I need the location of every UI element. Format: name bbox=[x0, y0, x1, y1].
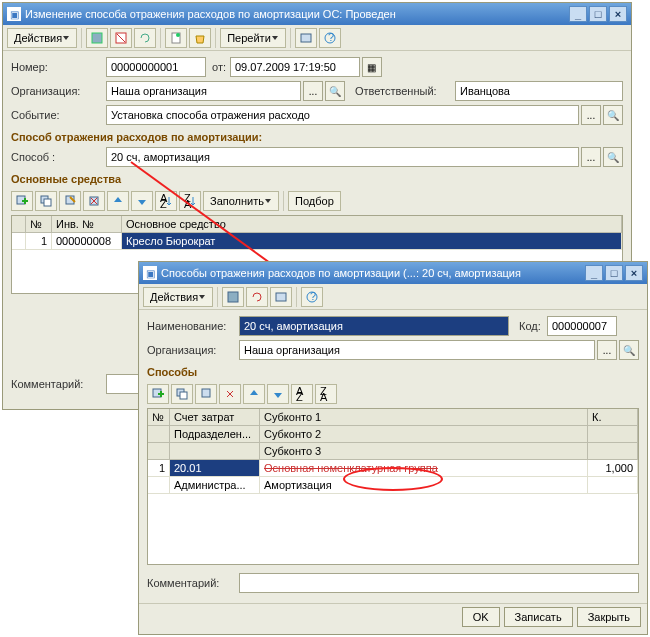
col-inv[interactable]: Инв. № bbox=[52, 216, 122, 232]
svg-text:?: ? bbox=[328, 31, 334, 43]
tool-refresh-icon[interactable] bbox=[246, 287, 268, 307]
svg-rect-5 bbox=[301, 34, 311, 42]
tool-goto-icon[interactable] bbox=[270, 287, 292, 307]
tool-basket-icon[interactable] bbox=[189, 28, 211, 48]
row-down-icon[interactable] bbox=[131, 191, 153, 211]
resp-label: Ответственный: bbox=[355, 85, 455, 97]
tool-help-icon[interactable]: ? bbox=[301, 287, 323, 307]
col-k: К. bbox=[588, 409, 638, 426]
close-button[interactable]: × bbox=[609, 6, 627, 22]
row-down-icon[interactable] bbox=[267, 384, 289, 404]
col-n[interactable]: № bbox=[26, 216, 52, 232]
title-text: Изменение способа отражения расходов по … bbox=[25, 8, 569, 20]
ok-button[interactable]: OK bbox=[462, 607, 500, 627]
actions-menu[interactable]: Действия bbox=[7, 28, 77, 48]
section-method: Способ отражения расходов по амортизации… bbox=[11, 131, 623, 143]
event-field[interactable]: Установка способа отражения расходо bbox=[106, 105, 579, 125]
minimize-button[interactable]: _ bbox=[569, 6, 587, 22]
method-field[interactable]: 20 сч, амортизация bbox=[106, 147, 579, 167]
col-sub1: Субконто 1 bbox=[260, 409, 588, 426]
svg-text:A: A bbox=[320, 391, 328, 401]
app-icon: ▣ bbox=[143, 266, 157, 280]
resp-field[interactable]: Иванцова bbox=[455, 81, 623, 101]
row-copy-icon[interactable] bbox=[171, 384, 193, 404]
number-label: Номер: bbox=[11, 61, 106, 73]
row-add-icon[interactable] bbox=[147, 384, 169, 404]
row-sort-desc-icon[interactable]: ZA bbox=[315, 384, 337, 404]
app-icon: ▣ bbox=[7, 7, 21, 21]
svg-text:Z: Z bbox=[296, 391, 303, 401]
section-os: Основные средства bbox=[11, 173, 623, 185]
org-field[interactable]: Наша организация bbox=[106, 81, 301, 101]
titlebar-methods: ▣ Способы отражения расходов по амортиза… bbox=[139, 262, 647, 284]
row-edit-icon[interactable] bbox=[195, 384, 217, 404]
row-delete-icon[interactable] bbox=[83, 191, 105, 211]
event-select-button[interactable]: ... bbox=[581, 105, 601, 125]
from-label: от: bbox=[212, 61, 226, 73]
date-field[interactable]: 09.07.2009 17:19:50 bbox=[230, 57, 360, 77]
row-edit-icon[interactable] bbox=[59, 191, 81, 211]
close-button[interactable]: × bbox=[625, 265, 643, 281]
tool-post-icon[interactable] bbox=[86, 28, 108, 48]
svg-rect-22 bbox=[228, 292, 238, 302]
number-field[interactable]: 00000000001 bbox=[106, 57, 206, 77]
tool-refresh-icon[interactable] bbox=[134, 28, 156, 48]
comment-field[interactable] bbox=[239, 573, 639, 593]
maximize-button[interactable]: □ bbox=[589, 6, 607, 22]
save-button[interactable]: Записать bbox=[504, 607, 573, 627]
tool-doc-icon[interactable] bbox=[165, 28, 187, 48]
org-open-button[interactable]: 🔍 bbox=[325, 81, 345, 101]
svg-rect-31 bbox=[202, 389, 210, 397]
event-open-button[interactable]: 🔍 bbox=[603, 105, 623, 125]
org-select-button[interactable]: ... bbox=[597, 340, 617, 360]
row-add-icon[interactable] bbox=[11, 191, 33, 211]
col-acct: Счет затрат bbox=[170, 409, 260, 426]
tool-settings-icon[interactable] bbox=[295, 28, 317, 48]
org-open-button[interactable]: 🔍 bbox=[619, 340, 639, 360]
col-sub2: Субконто 2 bbox=[260, 426, 588, 443]
row-up-icon[interactable] bbox=[107, 191, 129, 211]
row-copy-icon[interactable] bbox=[35, 191, 57, 211]
org-field[interactable]: Наша организация bbox=[239, 340, 595, 360]
row-sort-asc-icon[interactable]: AZ bbox=[291, 384, 313, 404]
col-os[interactable]: Основное средство bbox=[122, 216, 622, 232]
method-open-button[interactable]: 🔍 bbox=[603, 147, 623, 167]
section-methods: Способы bbox=[147, 366, 639, 378]
row-delete-icon[interactable] bbox=[219, 384, 241, 404]
tool-unpost-icon[interactable] bbox=[110, 28, 132, 48]
minimize-button[interactable]: _ bbox=[585, 265, 603, 281]
code-field[interactable]: 000000007 bbox=[547, 316, 617, 336]
row-up-icon[interactable] bbox=[243, 384, 265, 404]
toolbar-main: Действия Перейти ? bbox=[3, 25, 631, 51]
actions-menu[interactable]: Действия bbox=[143, 287, 213, 307]
title-text: Способы отражения расходов по амортизаци… bbox=[161, 267, 585, 279]
org-label: Организация: bbox=[147, 344, 239, 356]
col-sub3: Субконто 3 bbox=[260, 443, 588, 460]
close-button[interactable]: Закрыть bbox=[577, 607, 641, 627]
svg-rect-23 bbox=[276, 293, 286, 301]
pick-button[interactable]: Подбор bbox=[288, 191, 341, 211]
body-methods: Наименование: 20 сч, амортизация Код: 00… bbox=[139, 310, 647, 603]
tool-help-icon[interactable]: ? bbox=[319, 28, 341, 48]
goto-menu[interactable]: Перейти bbox=[220, 28, 286, 48]
name-label: Наименование: bbox=[147, 320, 239, 332]
annotation-circle bbox=[343, 467, 443, 491]
org-select-button[interactable]: ... bbox=[303, 81, 323, 101]
svg-text:Z: Z bbox=[160, 198, 167, 208]
method-select-button[interactable]: ... bbox=[581, 147, 601, 167]
svg-text:?: ? bbox=[310, 290, 316, 302]
toolbar-methods: Действия ? bbox=[139, 284, 647, 310]
table-row[interactable]: 1 000000008 Кресло Бюрократ bbox=[12, 233, 622, 250]
maximize-button[interactable]: □ bbox=[605, 265, 623, 281]
window-methods: ▣ Способы отражения расходов по амортиза… bbox=[138, 261, 648, 635]
svg-rect-30 bbox=[180, 392, 187, 399]
titlebar-main: ▣ Изменение способа отражения расходов п… bbox=[3, 3, 631, 25]
fill-menu[interactable]: Заполнить bbox=[203, 191, 279, 211]
name-field[interactable]: 20 сч, амортизация bbox=[239, 316, 509, 336]
grid-toolbar: AZ ZA Заполнить Подбор bbox=[11, 189, 623, 215]
tool-save-icon[interactable] bbox=[222, 287, 244, 307]
code-label: Код: bbox=[519, 320, 547, 332]
date-picker-button[interactable]: ▦ bbox=[362, 57, 382, 77]
svg-rect-12 bbox=[44, 199, 51, 206]
method-label: Способ : bbox=[11, 151, 106, 163]
